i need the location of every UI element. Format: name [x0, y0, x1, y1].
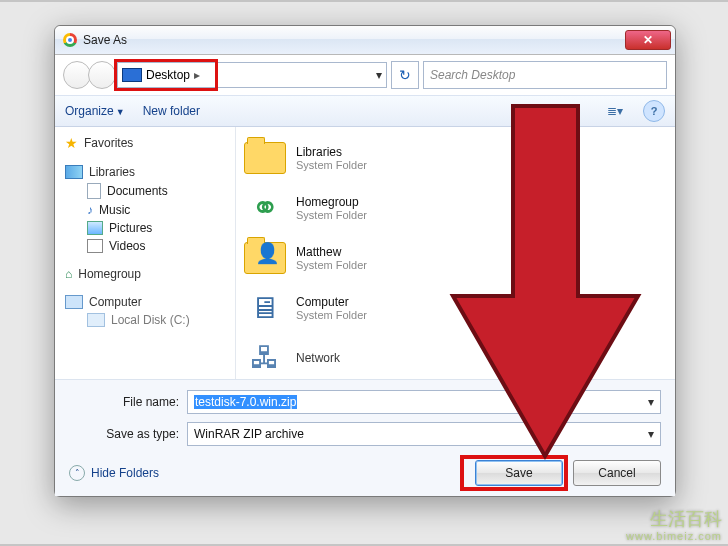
network-icon: 🖧: [244, 339, 286, 377]
address-bar[interactable]: Desktop ▸ ▾: [117, 62, 387, 88]
view-options-button[interactable]: ≣▾: [605, 101, 625, 121]
new-folder-button[interactable]: New folder: [143, 104, 200, 118]
document-icon: [87, 183, 101, 199]
chevron-up-icon: ˄: [69, 465, 85, 481]
music-icon: ♪: [87, 203, 93, 217]
window-title: Save As: [83, 33, 127, 47]
type-select[interactable]: WinRAR ZIP archive ▾: [187, 422, 661, 446]
videos-icon: [87, 239, 103, 253]
sidebar-item-music[interactable]: ♪Music: [65, 201, 235, 219]
bottom-panel: File name: testdisk-7.0.win.zip ▾ Save a…: [55, 379, 675, 496]
sidebar-item-documents[interactable]: Documents: [65, 181, 235, 201]
back-button[interactable]: [63, 61, 91, 89]
desktop-icon: [122, 68, 142, 82]
sidebar-item-homegroup[interactable]: ⌂ Homegroup: [65, 265, 235, 283]
sidebar-item-libraries[interactable]: Libraries: [65, 163, 235, 181]
hide-folders-button[interactable]: ˄ Hide Folders: [69, 465, 159, 481]
organize-menu[interactable]: Organize▼: [65, 104, 125, 118]
type-value: WinRAR ZIP archive: [194, 427, 304, 441]
cancel-button[interactable]: Cancel: [573, 460, 661, 486]
toolbar: Organize▼ New folder ≣▾ ?: [55, 95, 675, 127]
content-pane[interactable]: LibrariesSystem Folder ⚭ HomegroupSystem…: [236, 127, 675, 379]
user-folder-icon: 👤: [244, 242, 286, 274]
filename-label: File name:: [69, 395, 179, 409]
list-item[interactable]: ⚭ HomegroupSystem Folder: [236, 183, 675, 233]
list-item[interactable]: LibrariesSystem Folder: [236, 133, 675, 183]
list-item[interactable]: 🖧 Network: [236, 333, 675, 379]
sidebar-item-computer[interactable]: Computer: [65, 293, 235, 311]
disk-icon: [87, 313, 105, 327]
sidebar-item-local-disk[interactable]: Local Disk (C:): [65, 311, 235, 329]
breadcrumb-location: Desktop: [146, 68, 190, 82]
sidebar-item-favorites[interactable]: ★ Favorites: [65, 133, 235, 153]
list-item[interactable]: 🖥 ComputerSystem Folder: [236, 283, 675, 333]
save-as-dialog: Save As ✕ Desktop ▸ ▾ ↻ Search Desktop O…: [54, 25, 676, 497]
folder-icon: [244, 142, 286, 174]
type-label: Save as type:: [69, 427, 179, 441]
chevron-down-icon[interactable]: ▾: [648, 395, 654, 409]
navigation-pane[interactable]: ★ Favorites Libraries Documents ♪Music P…: [55, 127, 236, 379]
close-button[interactable]: ✕: [625, 30, 671, 50]
refresh-button[interactable]: ↻: [391, 61, 419, 89]
navigation-row: Desktop ▸ ▾ ↻ Search Desktop: [55, 55, 675, 95]
homegroup-icon: ⌂: [65, 267, 72, 281]
filename-value: testdisk-7.0.win.zip: [194, 395, 297, 409]
chevron-down-icon[interactable]: ▾: [376, 68, 382, 82]
forward-button[interactable]: [88, 61, 116, 89]
sidebar-item-pictures[interactable]: Pictures: [65, 219, 235, 237]
pictures-icon: [87, 221, 103, 235]
titlebar[interactable]: Save As ✕: [55, 26, 675, 55]
star-icon: ★: [65, 135, 78, 151]
filename-input[interactable]: testdisk-7.0.win.zip ▾: [187, 390, 661, 414]
chevron-down-icon[interactable]: ▾: [648, 427, 654, 441]
search-input[interactable]: Search Desktop: [423, 61, 667, 89]
chevron-right-icon[interactable]: ▸: [194, 68, 200, 82]
computer-icon: [65, 295, 83, 309]
libraries-icon: [65, 165, 83, 179]
sidebar-item-videos[interactable]: Videos: [65, 237, 235, 255]
highlight-save: [460, 455, 568, 491]
help-button[interactable]: ?: [643, 100, 665, 122]
chrome-icon: [63, 33, 77, 47]
watermark: 生活百科 www.bimeiz.com: [626, 510, 722, 542]
computer-icon: 🖥: [244, 289, 286, 327]
homegroup-icon: ⚭: [244, 189, 286, 227]
search-placeholder: Search Desktop: [430, 68, 515, 82]
list-item[interactable]: 👤 MatthewSystem Folder: [236, 233, 675, 283]
